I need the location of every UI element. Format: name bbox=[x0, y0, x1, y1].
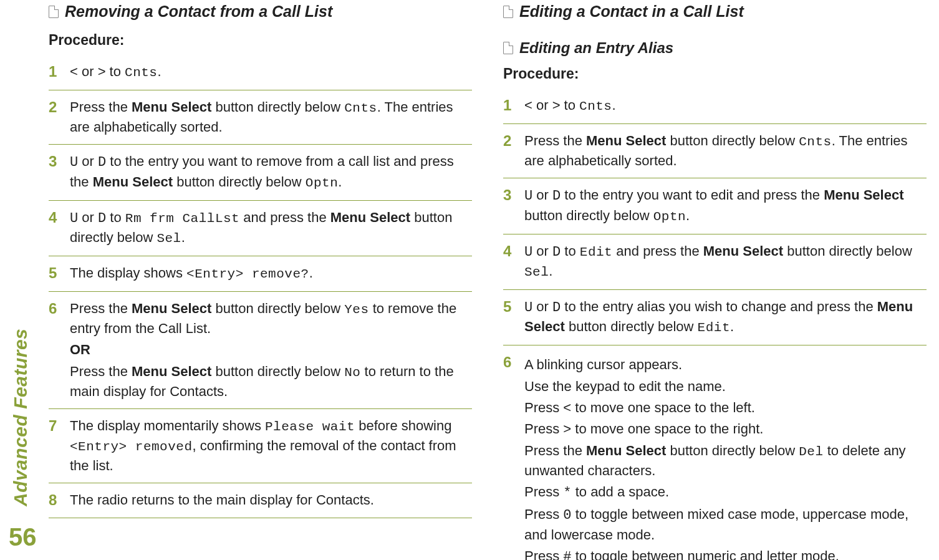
step-text: < or > to bbox=[524, 97, 579, 113]
mono-text: Edit bbox=[698, 321, 730, 335]
right-title-text: Editing a Contact in a Call List bbox=[519, 2, 744, 21]
step-text: to bbox=[106, 210, 125, 225]
bold-text: Menu Select bbox=[586, 133, 666, 148]
bold-text: OR bbox=[70, 342, 90, 357]
bold-text: Menu Select bbox=[93, 174, 173, 190]
list-item: < or > to Cnts. bbox=[503, 89, 927, 124]
step-text: and press the bbox=[239, 210, 330, 225]
step-text: . bbox=[549, 263, 552, 279]
step-text: Press the bbox=[70, 301, 132, 316]
step-text: button directly below bbox=[565, 319, 698, 334]
mono-text: Sel bbox=[524, 265, 549, 279]
mono-text: <Entry> remove? bbox=[186, 267, 309, 281]
mono-text: Cnts bbox=[579, 99, 612, 113]
step-text: . bbox=[338, 174, 342, 190]
step-text: or bbox=[78, 210, 98, 225]
key-glyph: * bbox=[563, 485, 571, 501]
step-text: Press the bbox=[70, 364, 132, 379]
step-text: Use the keypad to edit the name. bbox=[524, 377, 927, 396]
step-text: and press the bbox=[612, 243, 703, 259]
bold-text: Menu Select bbox=[132, 99, 211, 115]
step-text: button directly below bbox=[524, 208, 653, 223]
step-text: Press bbox=[524, 548, 563, 560]
key-glyph: # bbox=[563, 549, 571, 560]
step-text: to toggle between numeric and letter mod… bbox=[572, 548, 839, 560]
step-text: before showing bbox=[355, 418, 451, 433]
mono-text: Yes bbox=[344, 302, 368, 317]
mono-text: Cnts bbox=[344, 101, 377, 115]
step-text: Press < to move one space to the left. bbox=[524, 398, 927, 417]
step-text: Press > to move one space to the right. bbox=[524, 420, 927, 438]
step-text: Press the bbox=[70, 99, 132, 115]
key-glyph: U bbox=[524, 188, 532, 204]
page-number: 56 bbox=[9, 523, 37, 551]
document-icon bbox=[503, 6, 513, 18]
step-text: < or > to bbox=[70, 64, 125, 79]
step-text: button directly below bbox=[783, 243, 912, 259]
key-glyph: D bbox=[98, 211, 106, 226]
step-text: button directly below bbox=[666, 443, 799, 458]
list-item: < or > to Cnts. bbox=[49, 55, 472, 90]
mono-text: Cnts bbox=[799, 135, 831, 149]
mono-text: Del bbox=[799, 445, 823, 459]
document-icon bbox=[503, 42, 513, 54]
step-text: button directly below bbox=[211, 301, 344, 316]
left-steps: < or > to Cnts. Press the Menu Select bu… bbox=[49, 55, 472, 518]
list-item: U or D to Rm frm CallLst and press the M… bbox=[49, 201, 472, 256]
list-item: The display shows <Entry> remove?. bbox=[49, 256, 472, 292]
key-glyph: D bbox=[552, 244, 561, 260]
mono-text: <Entry> removed bbox=[70, 440, 193, 454]
mono-text: No bbox=[344, 365, 360, 380]
step-text: The display momentarily shows bbox=[70, 418, 265, 433]
key-glyph: U bbox=[70, 155, 78, 170]
step-text: . bbox=[309, 265, 313, 281]
key-glyph: U bbox=[524, 300, 532, 316]
step-text: to the entry alias you wish to change an… bbox=[561, 299, 877, 314]
page-root: Advanced Features 56 Removing a Contact … bbox=[0, 0, 939, 560]
step-text: to add a space. bbox=[572, 484, 670, 500]
step-text: A blinking cursor appears. bbox=[524, 355, 927, 374]
list-item: A blinking cursor appears. Use the keypa… bbox=[503, 345, 927, 560]
list-item: U or D to the entry you want to edit and… bbox=[503, 178, 927, 234]
step-text: . bbox=[157, 64, 161, 79]
right-steps: < or > to Cnts. Press the Menu Select bu… bbox=[503, 89, 927, 560]
side-rail: Advanced Features 56 bbox=[5, 15, 42, 551]
step-text: button directly below bbox=[666, 133, 799, 148]
left-title: Removing a Contact from a Call List bbox=[49, 2, 472, 21]
content-columns: Removing a Contact from a Call List Proc… bbox=[49, 0, 927, 560]
key-glyph: U bbox=[524, 244, 532, 260]
right-procedure-label: Procedure: bbox=[503, 65, 927, 82]
bold-text: Menu Select bbox=[824, 187, 903, 203]
list-item: Press the Menu Select button directly be… bbox=[49, 90, 472, 145]
left-title-text: Removing a Contact from a Call List bbox=[65, 2, 332, 21]
mono-text: Cnts bbox=[125, 65, 157, 80]
right-subtitle: Editing an Entry Alias bbox=[503, 39, 927, 57]
step-text: or bbox=[532, 187, 552, 203]
left-procedure-label: Procedure: bbox=[49, 32, 472, 49]
mono-text: Please wait bbox=[265, 420, 355, 434]
step-text: or bbox=[532, 299, 552, 314]
step-text: or bbox=[532, 243, 552, 259]
bold-text: Menu Select bbox=[132, 301, 211, 316]
step-text: button directly below bbox=[211, 364, 344, 379]
list-item: U or D to Edit and press the Menu Select… bbox=[503, 234, 927, 290]
right-subtitle-text: Editing an Entry Alias bbox=[519, 39, 673, 57]
step-text: Press bbox=[524, 484, 563, 500]
list-item: The display momentarily shows Please wai… bbox=[49, 409, 472, 483]
side-section-label: Advanced Features bbox=[10, 329, 31, 506]
mono-text: Rm frm CallLst bbox=[125, 211, 239, 226]
bold-text: Menu Select bbox=[330, 210, 410, 225]
step-text: . bbox=[181, 229, 185, 245]
bold-text: Menu Select bbox=[132, 364, 211, 379]
step-text: to the entry you want to edit and press … bbox=[561, 187, 824, 203]
step-text: Press bbox=[524, 506, 563, 522]
mono-text: Optn bbox=[653, 210, 686, 224]
step-text: . bbox=[612, 97, 615, 113]
right-column: Editing a Contact in a Call List Editing… bbox=[503, 0, 927, 560]
step-text: Press the bbox=[524, 133, 586, 148]
step-text: to toggle between mixed case mode, upper… bbox=[524, 506, 908, 542]
key-glyph: D bbox=[98, 155, 106, 170]
key-glyph: D bbox=[552, 188, 561, 204]
bold-text: Menu Select bbox=[586, 443, 666, 458]
list-item: U or D to the entry you want to remove f… bbox=[49, 145, 472, 200]
